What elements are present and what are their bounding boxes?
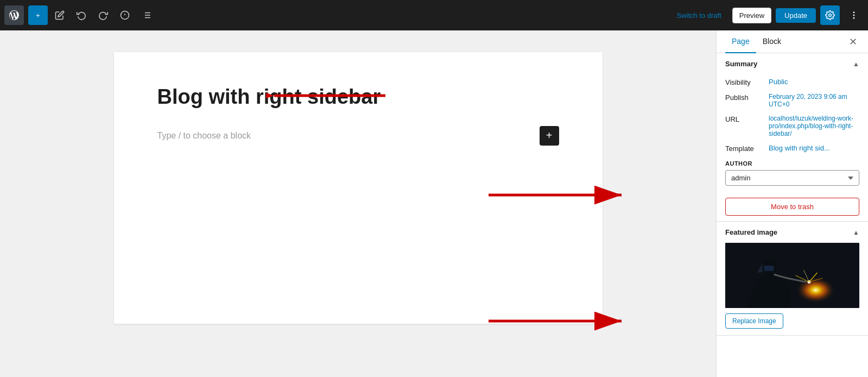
move-to-trash-button[interactable]: Move to trash xyxy=(725,198,859,216)
url-value[interactable]: localhost/luzuk/welding-work-pro/index.p… xyxy=(769,115,859,137)
close-sidebar-button[interactable]: ✕ xyxy=(847,34,859,50)
list-view-button[interactable] xyxy=(137,5,156,25)
author-section: AUTHOR admin xyxy=(717,156,868,192)
author-label: AUTHOR xyxy=(725,160,859,167)
visibility-row: Visibility Public xyxy=(717,74,868,90)
main-layout: Blog with right sidebar Type / to choose… xyxy=(0,30,868,377)
url-row: URL localhost/luzuk/welding-work-pro/ind… xyxy=(717,111,868,141)
featured-image-title: Featured image xyxy=(725,228,777,236)
block-placeholder[interactable]: Type / to choose a block + xyxy=(157,126,559,146)
summary-title: Summary xyxy=(725,60,757,68)
url-label: URL xyxy=(725,115,769,123)
template-value[interactable]: Blog with right sid... xyxy=(769,144,859,152)
editor-area[interactable]: Blog with right sidebar Type / to choose… xyxy=(0,30,716,345)
visibility-value[interactable]: Public xyxy=(769,78,859,86)
add-block-toolbar-button[interactable]: + xyxy=(28,5,48,25)
info-button[interactable] xyxy=(115,5,135,25)
add-block-inline-button[interactable]: + xyxy=(540,126,559,146)
settings-button[interactable] xyxy=(820,5,840,25)
replace-image-button[interactable]: Replace Image xyxy=(725,313,783,329)
post-title[interactable]: Blog with right sidebar xyxy=(157,85,559,110)
svg-point-12 xyxy=(853,17,854,18)
featured-image-section: Featured image ▲ xyxy=(717,222,868,336)
summary-header[interactable]: Summary ▲ xyxy=(717,53,868,74)
toolbar-right: Switch to draft Preview Update xyxy=(670,5,864,25)
template-row: Template Blog with right sid... xyxy=(717,141,868,156)
featured-image-thumbnail[interactable] xyxy=(725,243,859,308)
visibility-label: Visibility xyxy=(725,78,769,86)
switch-to-draft-button[interactable]: Switch to draft xyxy=(670,8,727,23)
featured-image-header[interactable]: Featured image ▲ xyxy=(717,222,868,243)
editor-wrapper: Blog with right sidebar Type / to choose… xyxy=(0,30,716,377)
tab-block[interactable]: Block xyxy=(756,30,788,53)
svg-point-11 xyxy=(853,15,854,16)
svg-point-10 xyxy=(853,12,854,13)
edit-button[interactable] xyxy=(50,5,69,25)
svg-point-9 xyxy=(829,14,832,17)
redo-button[interactable] xyxy=(93,5,113,25)
author-select[interactable]: admin xyxy=(725,170,859,186)
editor-content: Blog with right sidebar Type / to choose… xyxy=(114,52,603,324)
svg-rect-29 xyxy=(764,266,774,271)
publish-row: Publish February 20, 2023 9:06 am UTC+0 xyxy=(717,90,868,111)
undo-button[interactable] xyxy=(72,5,91,25)
summary-chevron-icon: ▲ xyxy=(853,60,859,68)
preview-button[interactable]: Preview xyxy=(732,8,771,23)
wp-logo[interactable] xyxy=(4,5,24,25)
tab-page[interactable]: Page xyxy=(725,30,756,53)
sidebar: Page Block ✕ Summary ▲ Visibility Public… xyxy=(716,30,868,377)
featured-image-chevron-icon: ▲ xyxy=(853,229,859,236)
update-button[interactable]: Update xyxy=(776,8,816,23)
publish-label: Publish xyxy=(725,93,769,102)
toolbar: + Switch to draft Preview Update xyxy=(0,0,868,30)
summary-section: Summary ▲ Visibility Public Publish Febr… xyxy=(717,53,868,222)
sidebar-tabs: Page Block ✕ xyxy=(717,30,868,53)
more-options-button[interactable] xyxy=(844,5,864,25)
template-label: Template xyxy=(725,144,769,153)
publish-value[interactable]: February 20, 2023 9:06 am UTC+0 xyxy=(769,93,859,108)
